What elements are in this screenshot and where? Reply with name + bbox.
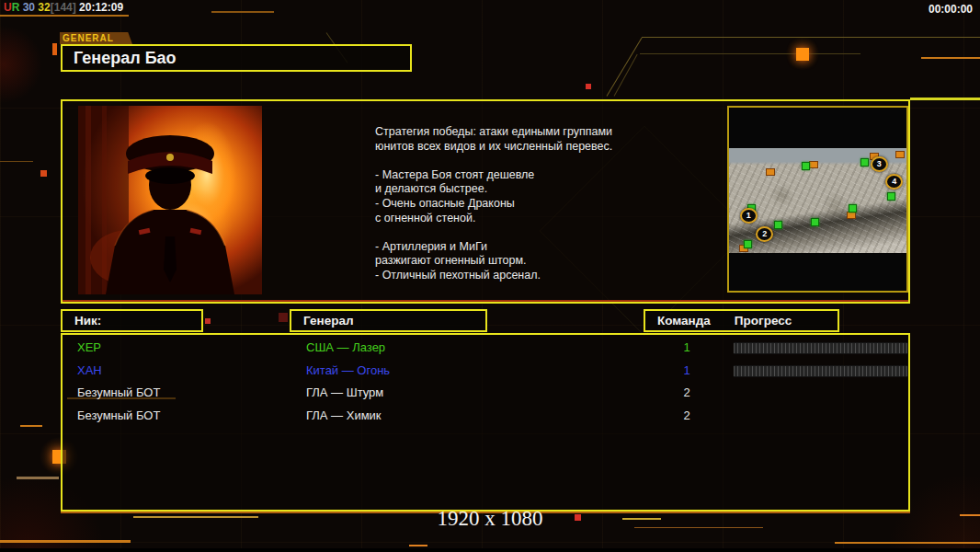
status-segment: 32 xyxy=(35,1,51,14)
tab-general[interactable]: GENERAL xyxy=(60,32,132,44)
players-table: ХЕР США — Лазер 1 ХАН Китай — Огонь 1 Бе… xyxy=(61,333,910,512)
player-general: Китай — Огонь xyxy=(306,363,390,377)
player-team: 2 xyxy=(668,385,705,399)
resource-icon xyxy=(849,204,857,213)
table-row: Безумный БОТ ГЛА — Химик 2 xyxy=(63,406,908,429)
player-team: 2 xyxy=(668,408,705,422)
resource-icon xyxy=(887,192,895,201)
progress-bar xyxy=(734,365,907,377)
general-portrait-image xyxy=(78,106,262,294)
minimap: 1234 xyxy=(727,106,908,293)
column-header-nick: Ник: xyxy=(61,309,203,332)
player-nick: Безумный БОТ xyxy=(77,408,160,422)
status-segment: U xyxy=(4,1,12,14)
status-segment: [144] xyxy=(51,1,76,14)
player-general: ГЛА — Штурм xyxy=(306,385,383,399)
resolution-label: 1920 x 1080 xyxy=(438,507,543,531)
building-icon xyxy=(766,168,775,176)
start-position-marker: 3 xyxy=(871,156,888,172)
resource-icon xyxy=(811,218,819,226)
building-icon xyxy=(809,161,818,168)
column-header-team-progress: Команда Прогресс xyxy=(644,309,839,332)
resource-icon xyxy=(860,158,869,167)
page-title: Генерал Бао xyxy=(61,44,412,72)
status-segment: 20:12:09 xyxy=(76,1,123,14)
table-row: ХАН Китай — Огонь 1 xyxy=(63,361,908,384)
progress-bar xyxy=(734,342,907,354)
column-header-general: Генерал xyxy=(290,309,487,332)
player-general: ГЛА — Химик xyxy=(306,408,382,422)
resource-icon xyxy=(744,240,752,248)
general-header-label: Генерал xyxy=(303,311,353,330)
table-row: ХЕР США — Лазер 1 xyxy=(63,338,908,361)
team-header-label: Команда xyxy=(657,311,711,330)
network-status: UR 30 32[144] 20:12:09 xyxy=(4,1,123,14)
player-team: 1 xyxy=(668,340,705,354)
resource-icon xyxy=(774,221,782,229)
panel-accent-line xyxy=(63,300,908,302)
general-portrait xyxy=(78,106,262,294)
player-general: США — Лазер xyxy=(306,340,385,354)
player-nick: Безумный БОТ xyxy=(77,385,160,399)
loading-screen: UR 30 32[144] 20:12:09 00:00:00 GENERAL … xyxy=(0,0,980,552)
player-nick: ХЕР xyxy=(77,340,101,354)
start-position-marker: 1 xyxy=(740,208,758,224)
player-team: 1 xyxy=(668,363,705,377)
building-icon xyxy=(895,151,905,158)
table-row: Безумный БОТ ГЛА — Штурм 2 xyxy=(63,383,908,406)
progress-header-label: Прогресс xyxy=(735,311,792,330)
resource-icon xyxy=(802,162,810,170)
status-segment: 30 xyxy=(19,1,35,14)
nick-header-label: Ник: xyxy=(74,311,101,330)
general-info-panel: Стратегия победы: атаки едиными группами… xyxy=(61,99,910,304)
strategy-description: Стратегия победы: атаки едиными группами… xyxy=(375,125,688,283)
player-nick: ХАН xyxy=(77,363,102,377)
game-timer: 00:00:00 xyxy=(929,3,973,16)
